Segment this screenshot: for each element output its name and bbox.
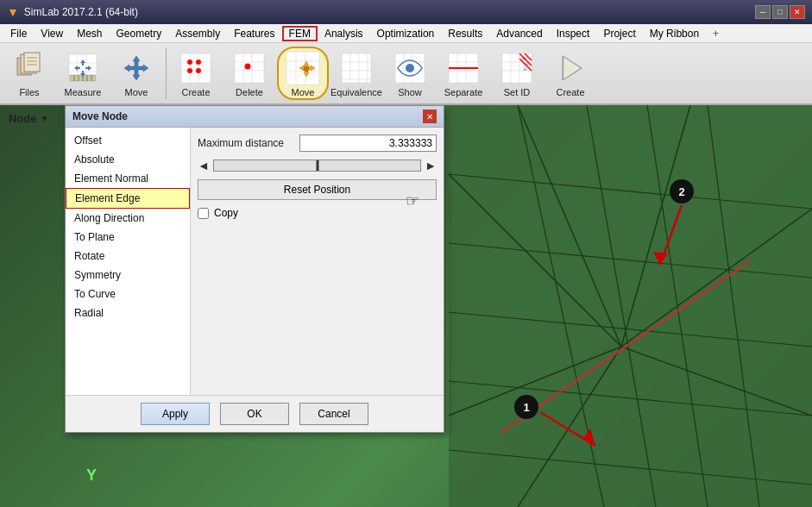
move-type-element-normal[interactable]: Element Normal (66, 169, 190, 188)
toolbar-move-node-button[interactable]: Move (277, 47, 329, 100)
svg-text:2: 2 (678, 185, 684, 198)
menu-view[interactable]: View (34, 26, 70, 41)
node-dropdown-arrow[interactable]: ▼ (41, 114, 49, 123)
svg-point-23 (196, 68, 201, 73)
copy-checkbox[interactable] (198, 208, 209, 219)
max-distance-input[interactable] (299, 135, 437, 152)
maximize-button[interactable]: □ (772, 5, 788, 19)
ok-button[interactable]: OK (220, 403, 289, 425)
toolbar-show-button[interactable]: Show (384, 47, 436, 100)
svg-point-37 (304, 66, 309, 72)
move-label: Move (125, 87, 148, 97)
menu-mesh[interactable]: Mesh (70, 26, 109, 41)
menu-my-ribbon[interactable]: My Ribbon (643, 26, 706, 41)
move-type-symmetry[interactable]: Symmetry (66, 266, 190, 285)
svg-point-25 (196, 59, 201, 65)
dialog-right: Maximum distance ◄ ► Reset Position ☞ (191, 128, 444, 395)
set-id-icon: 30 26 19 (498, 49, 536, 87)
toolbar-create-button[interactable]: Create (170, 47, 222, 100)
svg-point-22 (187, 59, 192, 65)
move-node-icon (284, 49, 322, 87)
toolbar-create2-button[interactable]: Create (544, 47, 596, 100)
menu-bar: File View Mesh Geometry Assembly Feature… (0, 24, 812, 43)
equivalence-icon (337, 49, 375, 87)
toolbar-delete-button[interactable]: Delete (223, 47, 275, 100)
slider-handle (316, 160, 318, 171)
dialog-close-button[interactable]: ✕ (423, 110, 437, 123)
minimize-button[interactable]: ─ (755, 5, 771, 19)
toolbar-separate-button[interactable]: Separate (437, 47, 489, 100)
move-type-along-direction[interactable]: Along Direction (66, 209, 190, 228)
show-label: Show (398, 87, 422, 97)
menu-inspect[interactable]: Inspect (550, 26, 597, 41)
svg-marker-70 (449, 105, 812, 507)
main-area: 1 2 Y Node ▼ Move Node ✕ Offse (0, 105, 812, 507)
window-controls: ─ □ ✕ (755, 5, 805, 19)
show-icon (391, 49, 429, 87)
toolbar-equivalence-button[interactable]: Equivalence (330, 47, 382, 100)
menu-assembly[interactable]: Assembly (168, 26, 227, 41)
move-type-to-curve[interactable]: To Curve (66, 285, 190, 304)
delete-icon (230, 49, 268, 87)
create-label: Create (181, 87, 210, 97)
svg-point-31 (245, 63, 251, 69)
close-button[interactable]: ✕ (790, 5, 805, 19)
app-title: SimLab 2017.2.1 (64-bit) (24, 6, 755, 18)
move-type-offset[interactable]: Offset (66, 131, 190, 150)
svg-rect-17 (181, 53, 211, 83)
move-type-radial[interactable]: Radial (66, 304, 190, 322)
menu-features[interactable]: Features (227, 26, 281, 41)
move-type-absolute[interactable]: Absolute (66, 150, 190, 169)
menu-optimization[interactable]: Optimization (370, 26, 442, 41)
menu-advanced[interactable]: Advanced (489, 26, 549, 41)
toolbar-files-button[interactable]: Files (3, 47, 55, 100)
svg-text:19: 19 (523, 67, 527, 72)
dialog-titlebar: Move Node ✕ (66, 106, 444, 128)
menu-file[interactable]: File (3, 26, 34, 41)
menu-project[interactable]: Project (596, 26, 642, 41)
menu-geometry[interactable]: Geometry (109, 26, 168, 41)
measure-label: Measure (65, 87, 102, 97)
move-type-list: Offset Absolute Element Normal Element E… (66, 128, 191, 395)
toolbar-separator (166, 47, 167, 99)
equivalence-label: Equivalence (330, 87, 382, 97)
max-distance-row: Maximum distance (198, 135, 437, 152)
slider-right-arrow[interactable]: ► (425, 159, 437, 172)
move-type-to-plane[interactable]: To Plane (66, 228, 190, 247)
separate-icon (444, 49, 482, 87)
menu-fem[interactable]: FEM (282, 26, 318, 41)
dialog-title: Move Node (72, 110, 128, 122)
move-node-label: Move (292, 87, 315, 97)
create2-icon (551, 49, 589, 87)
move-type-rotate[interactable]: Rotate (66, 247, 190, 266)
create2-label: Create (556, 87, 584, 97)
toolbar-set-id-button[interactable]: 30 26 19 Set ID (491, 47, 543, 100)
max-distance-label: Maximum distance (198, 137, 293, 149)
title-bar: ▼ SimLab 2017.2.1 (64-bit) ─ □ ✕ (0, 0, 812, 24)
app-logo: ▼ (7, 5, 19, 19)
svg-text:Y: Y (86, 466, 97, 484)
move-type-element-edge[interactable]: Element Edge (66, 188, 190, 209)
menu-add-tab[interactable]: + (706, 26, 726, 41)
copy-row: Copy (198, 207, 437, 219)
apply-button[interactable]: Apply (141, 403, 210, 425)
cancel-button[interactable]: Cancel (299, 403, 368, 425)
svg-marker-69 (564, 58, 580, 78)
dialog-footer: Apply OK Cancel (66, 395, 444, 432)
svg-rect-57 (502, 53, 532, 83)
menu-results[interactable]: Results (441, 26, 489, 41)
slider-track[interactable] (213, 160, 421, 172)
create-icon (177, 49, 215, 87)
node-label: Node ▼ (9, 112, 48, 125)
toolbar-move-button[interactable]: Move (110, 47, 162, 100)
menu-analysis[interactable]: Analysis (318, 26, 370, 41)
copy-label[interactable]: Copy (214, 207, 238, 219)
svg-rect-2 (24, 53, 40, 72)
toolbar-measure-button[interactable]: Measure (57, 47, 109, 100)
reset-position-button[interactable]: Reset Position (198, 179, 437, 200)
slider-left-arrow[interactable]: ◄ (198, 159, 210, 172)
slider-row: ◄ ► (198, 159, 437, 172)
files-icon (10, 49, 48, 87)
svg-rect-38 (342, 53, 371, 83)
delete-label: Delete (236, 87, 263, 97)
